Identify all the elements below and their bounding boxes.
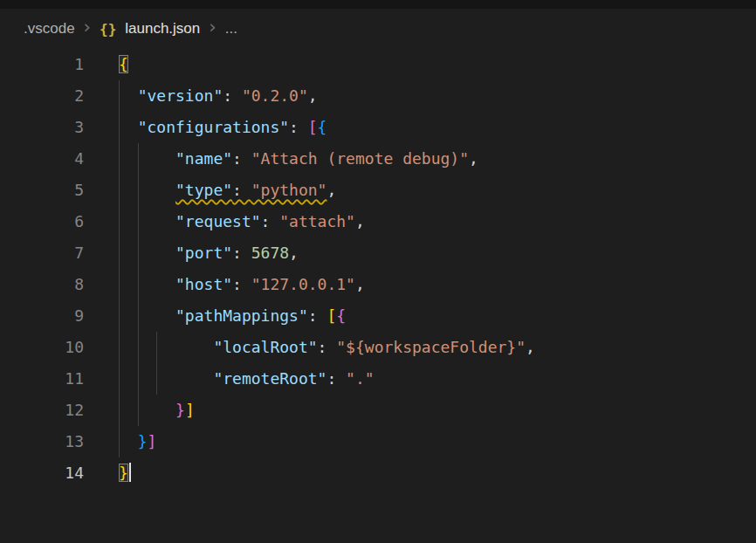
line-content: {	[84, 49, 128, 80]
code-token-pun: :	[261, 212, 280, 230]
code-line[interactable]: 2 "version": "0.2.0",	[0, 80, 756, 112]
code-line[interactable]: 10 "localRoot": "${workspaceFolder}",	[0, 332, 756, 363]
line-content: "request": "attach",	[84, 206, 365, 237]
indent-guide	[119, 143, 120, 175]
code-token-pun: :	[232, 181, 251, 199]
code-token-pun: ,	[308, 86, 318, 105]
code-token-key: "localRoot"	[213, 338, 317, 356]
line-content: "type": "python",	[84, 175, 336, 206]
code-token-str: "."	[346, 369, 375, 388]
code-line[interactable]: 8 "host": "127.0.0.1",	[0, 269, 756, 300]
code-token-pun: ,	[326, 181, 336, 199]
code-token-pun: :	[289, 118, 308, 136]
breadcrumb: .vscode › {} launch.json › ...	[0, 9, 756, 49]
code-token-b2: ]	[148, 432, 157, 450]
indent-guide	[119, 80, 120, 112]
code-token-str: "Attach (remote debug)"	[251, 149, 469, 168]
indent-guide	[138, 300, 139, 332]
code-line[interactable]: 3 "configurations": [{	[0, 112, 756, 143]
line-content: }]	[84, 426, 156, 457]
breadcrumb-folder[interactable]: .vscode	[24, 20, 75, 38]
line-number[interactable]: 1	[0, 49, 84, 80]
code-token-pun: :	[326, 369, 346, 388]
code-token-b2: [	[308, 118, 318, 136]
indent-whitespace	[119, 118, 138, 136]
tab-bar-strip	[0, 0, 756, 9]
code-token-key: "host"	[175, 275, 232, 293]
line-number[interactable]: 6	[0, 206, 84, 237]
code-token-pun: ,	[469, 149, 478, 168]
code-token-key: "name"	[175, 149, 232, 168]
code-token-b1: {	[119, 55, 128, 73]
line-content: "port": 5678,	[84, 237, 299, 269]
code-token-pun: ,	[355, 212, 365, 230]
code-token-key: "type"	[175, 181, 232, 199]
code-token-pun: ,	[289, 244, 299, 262]
indent-guide	[119, 363, 120, 395]
indent-whitespace	[119, 244, 175, 262]
code-token-pun: :	[223, 86, 242, 105]
line-content: "host": "127.0.0.1",	[84, 269, 365, 300]
indent-guide	[138, 332, 139, 363]
code-token-pun: :	[232, 275, 251, 293]
breadcrumb-file[interactable]: launch.json	[125, 20, 200, 38]
indent-whitespace	[119, 432, 138, 450]
code-token-str: "python"	[251, 181, 327, 199]
indent-whitespace	[119, 275, 175, 293]
indent-guide	[138, 143, 139, 175]
line-number[interactable]: 13	[0, 426, 84, 457]
indent-guide	[138, 206, 139, 237]
code-token-pun: :	[232, 244, 251, 262]
line-number[interactable]: 14	[0, 457, 84, 489]
line-number[interactable]: 7	[0, 237, 84, 269]
indent-guide	[119, 206, 120, 237]
indent-guide	[156, 332, 157, 363]
chevron-right-icon: ›	[209, 18, 216, 37]
indent-whitespace	[119, 86, 138, 105]
code-token-str: "attach"	[279, 212, 355, 230]
code-token-key: "remoteRoot"	[213, 369, 326, 388]
code-token-key: "configurations"	[138, 118, 289, 136]
indent-guide	[138, 269, 139, 300]
code-token-key: "request"	[175, 212, 261, 230]
line-content: "configurations": [{	[84, 112, 326, 143]
line-content: "name": "Attach (remote debug)",	[84, 143, 478, 175]
line-number[interactable]: 11	[0, 363, 84, 395]
line-number[interactable]: 5	[0, 175, 84, 206]
code-line[interactable]: 1{	[0, 49, 756, 80]
line-content: "version": "0.2.0",	[84, 80, 318, 112]
breadcrumb-symbol-ellipsis[interactable]: ...	[225, 20, 237, 38]
indent-guide	[119, 269, 120, 300]
code-line[interactable]: 6 "request": "attach",	[0, 206, 756, 237]
code-line[interactable]: 9 "pathMappings": [{	[0, 300, 756, 332]
code-line[interactable]: 14}	[0, 457, 756, 489]
line-number[interactable]: 12	[0, 395, 84, 426]
line-number[interactable]: 4	[0, 143, 84, 175]
code-line[interactable]: 13 }]	[0, 426, 756, 457]
line-number[interactable]: 9	[0, 300, 84, 332]
indent-guide	[138, 175, 139, 206]
code-line[interactable]: 4 "name": "Attach (remote debug)",	[0, 143, 756, 175]
line-content: }	[84, 457, 131, 489]
code-line[interactable]: 7 "port": 5678,	[0, 237, 756, 269]
line-number[interactable]: 2	[0, 80, 84, 112]
code-lines: 1{2 "version": "0.2.0",3 "configurations…	[0, 49, 756, 489]
editor-code-area[interactable]: 1{2 "version": "0.2.0",3 "configurations…	[0, 49, 756, 543]
indent-guide	[138, 395, 139, 426]
indent-guide	[119, 237, 120, 269]
code-token-pun: ,	[526, 338, 535, 356]
code-token-str: "127.0.0.1"	[251, 275, 355, 293]
code-token-b1: [	[326, 306, 336, 325]
line-number[interactable]: 10	[0, 332, 84, 363]
code-token-pun: ,	[355, 275, 365, 293]
indent-guide	[138, 363, 139, 395]
indent-guide	[119, 300, 120, 332]
code-line[interactable]: 5 "type": "python",	[0, 175, 756, 206]
code-token-b2: {	[336, 306, 346, 325]
line-number[interactable]: 3	[0, 112, 84, 143]
code-line[interactable]: 12 }]	[0, 395, 756, 426]
code-line[interactable]: 11 "remoteRoot": "."	[0, 363, 756, 395]
line-number[interactable]: 8	[0, 269, 84, 300]
indent-whitespace	[119, 149, 175, 168]
code-token-num: 5678	[251, 244, 289, 262]
